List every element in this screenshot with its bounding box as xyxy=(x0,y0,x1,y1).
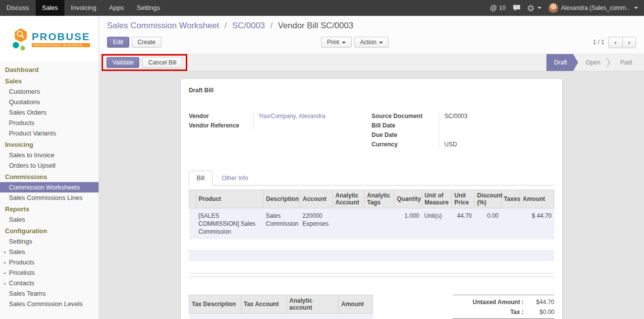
sidebar-item-config-products[interactable]: ▸Products xyxy=(0,257,99,267)
col-amount[interactable]: Amount xyxy=(520,190,554,208)
sidebar-section-reports[interactable]: Reports xyxy=(0,203,99,214)
debug-gear-icon[interactable] xyxy=(528,5,541,11)
vendor-value[interactable]: YourCompany, Alexandra xyxy=(253,112,358,121)
cell-taxes xyxy=(501,208,520,240)
col-unit-price[interactable]: Unit Price xyxy=(452,190,475,208)
state-draft[interactable]: Draft xyxy=(546,54,573,71)
mentions-indicator[interactable]: @ 10 xyxy=(490,4,506,12)
col-analytic-tags[interactable]: Analytic Tags xyxy=(365,190,394,208)
source-document-value: SC/0003 xyxy=(439,112,554,121)
sidebar-item-label: Sales xyxy=(9,248,25,255)
gutter-cell xyxy=(189,208,196,240)
currency-value: USD xyxy=(439,140,554,149)
menu-settings[interactable]: Settings xyxy=(130,0,166,16)
pager-counter: 1 / 1 xyxy=(593,39,604,46)
menu-invoicing[interactable]: Invoicing xyxy=(64,0,103,16)
tax-header-row: Tax Description Tax Account Analytic acc… xyxy=(189,295,373,314)
breadcrumb-sc0003[interactable]: SC/0003 xyxy=(232,21,265,30)
create-button[interactable]: Create xyxy=(132,37,161,48)
validate-button[interactable]: Validate xyxy=(107,57,139,68)
sidebar-item-config-contacts[interactable]: ▸Contacts xyxy=(0,278,99,288)
sidebar: PROBUSE PROFESSIONAL BUSINESS Dashboard … xyxy=(0,16,99,319)
sidebar-item-config-sales[interactable]: ▸Sales xyxy=(0,247,99,257)
tab-bill[interactable]: Bill xyxy=(189,171,213,186)
cell-amount: $ 44.70 xyxy=(520,208,554,240)
sidebar-item-product-variants[interactable]: Product Variants xyxy=(0,128,99,138)
col-unit-of-measure[interactable]: Unit of Measure xyxy=(422,190,452,208)
sidebar-item-sales-commission-levels[interactable]: Sales Commission Levels xyxy=(0,299,99,309)
sidebar-section-commissions[interactable]: Commissions xyxy=(0,171,99,182)
menu-discuss[interactable]: Discuss xyxy=(0,0,36,16)
tax-lines-table: Tax Description Tax Account Analytic acc… xyxy=(189,295,373,319)
col-quantity[interactable]: Quantity xyxy=(394,190,422,208)
print-dropdown-button[interactable]: Print xyxy=(321,37,352,48)
bill-date-value xyxy=(439,121,554,130)
action-dropdown-button[interactable]: Action xyxy=(354,37,389,48)
sidebar-item-quotations[interactable]: Quotations xyxy=(0,97,99,107)
invoice-line-row[interactable]: [SALES COMMISSION] Sales Commission Sale… xyxy=(189,208,554,240)
action-label: Action xyxy=(360,39,376,46)
top-menu-list: Discuss Sales Invoicing Apps Settings xyxy=(0,0,166,16)
sidebar-section-sales[interactable]: Sales xyxy=(0,75,99,86)
expand-caret-icon: ▸ xyxy=(4,250,9,255)
messages-bubble-icon[interactable] xyxy=(513,4,521,11)
sidebar-section-configuration[interactable]: Configuration xyxy=(0,225,99,236)
cancel-bill-button[interactable]: Cancel Bill xyxy=(142,57,182,68)
tax-total-label: Tax : xyxy=(510,309,524,316)
status-pipeline: Draft Open Paid xyxy=(546,54,644,71)
tab-other-info[interactable]: Other Info xyxy=(215,171,256,185)
breadcrumb-separator: / xyxy=(224,21,227,30)
col-tax-account[interactable]: Tax Account xyxy=(241,295,287,314)
expand-caret-icon: ▸ xyxy=(4,270,9,275)
sidebar-item-sales-to-invoice[interactable]: Sales to Invoice xyxy=(0,150,99,160)
col-tax-amount[interactable]: Amount xyxy=(339,295,373,314)
cell-analytic-account xyxy=(333,208,365,240)
sidebar-item-sales-orders[interactable]: Sales Orders xyxy=(0,107,99,118)
sidebar-item-orders-to-upsell[interactable]: Orders to Upsell xyxy=(0,160,99,171)
col-discount[interactable]: Discount (%) xyxy=(475,190,501,208)
sidebar-item-customers[interactable]: Customers xyxy=(0,86,99,97)
tax-and-totals: Tax Description Tax Account Analytic acc… xyxy=(189,295,554,319)
expand-caret-icon: ▸ xyxy=(4,281,9,286)
breadcrumb-worksheets[interactable]: Sales Commission Worksheet xyxy=(107,21,219,30)
sidebar-nav: Dashboard Sales Customers Quotations Sal… xyxy=(0,62,99,309)
col-description[interactable]: Description xyxy=(264,190,300,208)
state-open[interactable]: Open xyxy=(579,54,607,71)
sidebar-item-label: Sales Commission Levels xyxy=(9,300,83,308)
untaxed-amount-label: Untaxed Amount : xyxy=(473,299,524,306)
edit-button[interactable]: Edit xyxy=(107,37,129,48)
sidebar-item-config-settings[interactable]: Settings xyxy=(0,236,99,247)
main-area: Sales Commission Worksheet / SC/0003 / V… xyxy=(99,16,644,319)
state-paid[interactable]: Paid xyxy=(613,54,639,71)
caret-down-icon xyxy=(342,42,346,44)
cell-account: 220000 Expenses xyxy=(300,208,333,240)
col-tax-description[interactable]: Tax Description xyxy=(189,295,241,314)
sidebar-section-invoicing[interactable]: Invoicing xyxy=(0,138,99,150)
totals-block: Untaxed Amount : $44.70 Tax : $0.00 Tota… xyxy=(453,295,554,319)
sidebar-item-label: Customers xyxy=(9,88,40,95)
pager-previous-button[interactable]: ‹ xyxy=(608,37,622,48)
col-taxes[interactable]: Taxes xyxy=(501,190,520,208)
col-tax-analytic-account[interactable]: Analytic account xyxy=(287,295,339,314)
sidebar-item-config-pricelists[interactable]: ▸Pricelists xyxy=(0,267,99,278)
vendor-reference-label: Vendor Reference xyxy=(189,121,253,130)
sidebar-item-sales-commissions-lines[interactable]: Sales Commissions Lines xyxy=(0,192,99,203)
col-product[interactable]: Product xyxy=(196,190,264,208)
menu-sales[interactable]: Sales xyxy=(36,0,65,16)
form-view: Draft Bill Vendor YourCompany, Alexandra… xyxy=(99,71,644,319)
statusbar: Validate Cancel Bill Draft Open Paid xyxy=(99,54,644,71)
sidebar-item-label: Quotations xyxy=(9,98,40,106)
sidebar-item-commission-worksheets[interactable]: Commission Worksheets xyxy=(0,182,99,192)
vendor-label: Vendor xyxy=(189,112,253,121)
sidebar-item-reports-sales[interactable]: Sales xyxy=(0,214,99,225)
breadcrumb-separator: / xyxy=(270,21,273,30)
user-menu[interactable]: Alexandra (Sales_comm.. xyxy=(548,3,638,13)
sidebar-item-products[interactable]: Products xyxy=(0,118,99,128)
col-analytic-account[interactable]: Analytic Account xyxy=(333,190,365,208)
bill-date-label: Bill Date xyxy=(372,121,439,130)
pager-next-button[interactable]: › xyxy=(622,37,636,48)
sidebar-item-sales-teams[interactable]: Sales Teams xyxy=(0,288,99,299)
menu-apps[interactable]: Apps xyxy=(103,0,130,16)
col-account[interactable]: Account xyxy=(300,190,333,208)
sidebar-section-dashboard[interactable]: Dashboard xyxy=(0,64,99,75)
